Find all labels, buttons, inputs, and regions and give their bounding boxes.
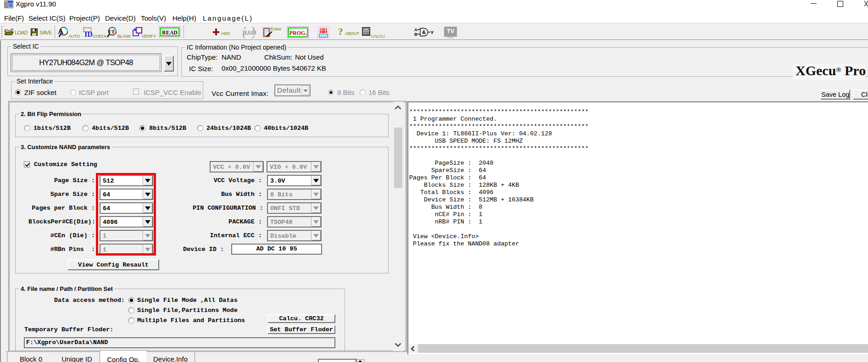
svg-text:Y: Y [430, 30, 434, 35]
svg-text:B: B [414, 32, 417, 37]
svg-text:RAM: RAM [243, 29, 256, 36]
svg-text:ID: ID [84, 30, 93, 38]
svg-text:?: ? [338, 27, 343, 37]
svg-text:&: & [422, 29, 426, 35]
svg-text:FF: FF [108, 28, 116, 35]
